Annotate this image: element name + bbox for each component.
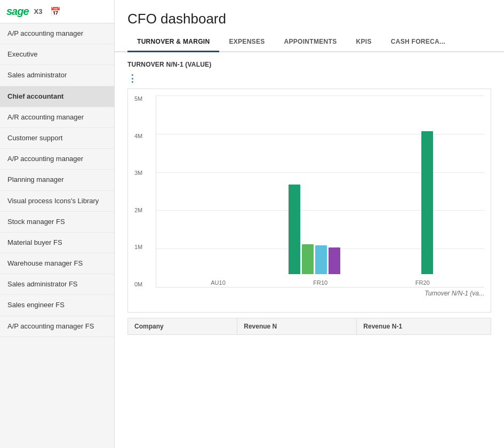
bar-fr10-n — [289, 185, 300, 274]
chart-options: ⋮ — [127, 73, 491, 84]
x-labels: AU10 FR10 FR20 — [156, 279, 484, 286]
data-table: Company Revenue N Revenue N-1 — [127, 318, 491, 335]
y-axis-label-3M: 3M — [134, 170, 151, 176]
chart-section-title: TURNOVER N/N-1 (VALUE) — [127, 61, 491, 68]
sidebar-item-ap-accounting-manager[interactable]: A/P accounting manager — [0, 23, 114, 44]
col-company: Company — [128, 318, 237, 335]
sidebar-header: sage X3 📅 — [0, 0, 114, 23]
page-title: CFO dashboard — [127, 11, 491, 27]
y-axis-label-4M: 4M — [134, 133, 151, 139]
chart-options-icon[interactable]: ⋮ — [127, 73, 138, 84]
col-revenue-n: Revenue N — [237, 318, 357, 335]
sidebar-item-planning-manager[interactable]: Planning manager — [0, 170, 114, 190]
bars-area — [156, 95, 484, 274]
sidebar-item-chief-accountant[interactable]: Chief accountant — [0, 86, 114, 107]
y-axis-label-1M: 1M — [134, 244, 151, 250]
sidebar-item-visual-process[interactable]: Visual process Icons's Library — [0, 191, 114, 212]
tab-cash-forecast[interactable]: CASH FORECA... — [381, 33, 455, 52]
tab-turnover-margin[interactable]: TURNOVER & MARGIN — [127, 33, 219, 52]
y-axis: 0M1M2M3M4M5M — [134, 95, 156, 287]
y-axis-label-5M: 5M — [134, 95, 151, 102]
bar-group-fr10 — [289, 185, 340, 274]
tab-expenses[interactable]: EXPENSES — [219, 33, 274, 52]
sidebar-item-ap-accounting-manager-fs[interactable]: A/P accounting manager FS — [0, 316, 114, 337]
chart-caption: Turnover N/N-1 (va... — [134, 290, 484, 297]
bar-group-fr20 — [421, 131, 433, 274]
sidebar-item-sales-engineer-fs[interactable]: Sales engineer FS — [0, 295, 114, 316]
main-content-area: TURNOVER N/N-1 (VALUE) ⋮ 0M1M2M3M4M5M — [115, 52, 504, 448]
bar-group-fr20-inner — [421, 131, 433, 274]
sidebar-item-customer-support[interactable]: Customer support — [0, 128, 114, 149]
main-header: CFO dashboard — [115, 0, 504, 33]
bar-fr10-n1b — [315, 245, 327, 274]
table-header-row: Company Revenue N Revenue N-1 — [128, 318, 491, 335]
col-revenue-n1: Revenue N-1 — [357, 318, 491, 335]
sidebar-item-ap-accounting-manager-2[interactable]: A/P accounting manager — [0, 149, 114, 170]
tab-kpis[interactable]: KPIS — [346, 33, 381, 52]
x-label-fr20: FR20 — [415, 279, 430, 286]
bar-group-fr10-inner — [289, 185, 340, 274]
sidebar-item-warehouse-manager-fs[interactable]: Warehouse manager FS — [0, 253, 114, 274]
bar-fr10-n1c — [329, 247, 340, 274]
chart-plot: AU10 FR10 FR20 — [156, 95, 484, 287]
bar-fr10-n1a — [302, 244, 314, 274]
chart-inner: 0M1M2M3M4M5M — [134, 95, 484, 287]
main-content: CFO dashboard TURNOVER & MARGINEXPENSESA… — [115, 0, 504, 448]
table-head: Company Revenue N Revenue N-1 — [128, 318, 491, 335]
bar-fr20-n — [421, 131, 433, 274]
sidebar-item-stock-manager-fs[interactable]: Stock manager FS — [0, 212, 114, 233]
y-axis-label-0M: 0M — [134, 281, 151, 287]
sidebar-item-ar-accounting-manager[interactable]: A/R accounting manager — [0, 107, 114, 128]
sidebar-item-executive[interactable]: Executive — [0, 44, 114, 65]
y-axis-label-2M: 2M — [134, 207, 151, 213]
sage-logo: sage — [6, 5, 29, 18]
app-version: X3 — [34, 7, 43, 15]
tab-bar: TURNOVER & MARGINEXPENSESAPPOINTMENTSKPI… — [115, 33, 504, 52]
sidebar: sage X3 📅 A/P accounting managerExecutiv… — [0, 0, 115, 448]
sidebar-list: A/P accounting managerExecutiveSales adm… — [0, 23, 114, 448]
sidebar-item-material-buyer-fs[interactable]: Material buyer FS — [0, 233, 114, 253]
tab-appointments[interactable]: APPOINTMENTS — [275, 33, 347, 52]
x-label-fr10: FR10 — [313, 279, 327, 286]
calendar-icon[interactable]: 📅 — [50, 6, 61, 17]
sidebar-item-sales-administrator[interactable]: Sales administrator — [0, 65, 114, 86]
x-label-au10: AU10 — [211, 279, 226, 286]
chart-container: 0M1M2M3M4M5M — [127, 89, 491, 313]
sidebar-item-sales-administrator-fs[interactable]: Sales administrator FS — [0, 274, 114, 295]
